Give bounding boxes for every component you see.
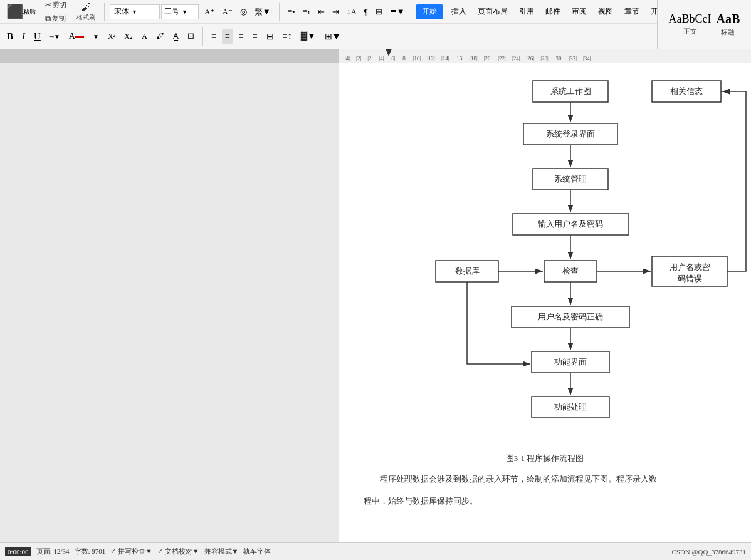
node-system-start-text: 系统工作图 [550, 86, 591, 96]
font-color-dropdown[interactable]: ▼ [90, 29, 102, 44]
node-check-text: 检查 [562, 266, 579, 276]
left-margin [0, 63, 339, 543]
node-func-ui-text: 功能界面 [554, 357, 587, 366]
separator1 [104, 3, 105, 21]
superscript-button[interactable]: X² [105, 29, 118, 44]
toolbar-row2: B I U ─▼ A ▼ X² X₂ A 🖍 A̲ ⊡ ≡ ≡ ≡ ≡ ⊟ ≡↕… [0, 24, 751, 49]
ruler: |4| |2| |2| |4| |6| |8| |10| |12| |14| |… [0, 49, 751, 63]
border-button[interactable]: ⊞▼ [322, 29, 344, 44]
style-panel: AaBbCcI 正文 AaB 标题 [657, 0, 751, 49]
copy-icon: ⧉ [45, 14, 51, 24]
font-selector[interactable]: 宋体 ▼ 三号 ▼ [110, 4, 199, 19]
doc-check[interactable]: ✓ 文档校对▼ [157, 547, 199, 556]
node-database-text: 数据库 [455, 266, 480, 276]
status-bar: 0:00:00 页面: 12/34 字数: 9701 ✓ 拼写检查▼ ✓ 文档校… [0, 542, 751, 560]
separator3 [202, 27, 203, 46]
highlight-color-button[interactable]: 🖍 [153, 29, 167, 44]
show-formatting-button[interactable]: ¶ [361, 4, 371, 19]
word-count: 字数: 9701 [75, 547, 106, 556]
start-tab[interactable]: 开始 [416, 4, 443, 19]
node-error-text2: 码错误 [678, 274, 702, 283]
font-color2-button[interactable]: A̲ [170, 29, 182, 44]
figure-caption: 图3-1 程序操作流程图 [364, 453, 726, 464]
review-tab[interactable]: 审阅 [569, 4, 590, 19]
cut-icon: ✂ [45, 0, 51, 10]
separator2 [279, 3, 280, 21]
body-text1: 程序处理数据会涉及到数据的录入环节，绘制的添加流程见下图。程序录入数 [364, 472, 726, 486]
normal-style[interactable]: AaBbCcI 正文 [669, 13, 712, 36]
page-info: 页面: 12/34 [36, 547, 70, 556]
chapter-tab[interactable]: 章节 [621, 4, 643, 19]
copy-button[interactable]: ⧉ 复制 [41, 13, 70, 25]
align-center-button[interactable]: ≡ [222, 29, 233, 44]
time-display: 0:00:00 [5, 547, 31, 556]
subscript-button[interactable]: X₂ [121, 29, 136, 44]
spacing-button[interactable]: ≣▼ [387, 4, 408, 19]
node-state-text: 相关信态 [670, 86, 703, 96]
heading-style[interactable]: AaB 标题 [717, 12, 740, 37]
font-color-button[interactable]: A [66, 29, 87, 44]
char-border-button[interactable]: ⊡ [184, 29, 197, 44]
view-tab[interactable]: 视图 [595, 4, 616, 19]
status-right: CSDN @QQ_3786649731 [671, 548, 746, 556]
decrease-indent-button[interactable]: ⇤ [315, 4, 328, 19]
svg-rect-0 [0, 49, 339, 63]
clear-format-button[interactable]: ◎ [237, 4, 250, 19]
format-brush-icon: 🖌 [81, 2, 91, 13]
node-manage-text: 系统管理 [554, 174, 587, 184]
layout-tab[interactable]: 页面布局 [475, 4, 511, 19]
font-aa-button[interactable]: A [139, 29, 150, 44]
ref-tab[interactable]: 引用 [516, 4, 537, 19]
main-area: 系统工作图 相关信态 系统登录界面 系统管理 输入用户名及密码 数据库 检查 [0, 63, 751, 543]
underline-style-button[interactable]: ─▼ [46, 29, 63, 44]
node-func-proc-text: 功能处理 [554, 402, 587, 412]
format-brush-button[interactable]: 🖌 格式刷 [73, 1, 99, 23]
underline-button[interactable]: U [31, 29, 44, 44]
spell-check[interactable]: ✓ 拼写检查▼ [110, 547, 152, 556]
node-correct-text: 用户名及密码正确 [538, 312, 603, 321]
font-name-box[interactable]: 宋体 ▼ [110, 4, 160, 19]
phonetic-button[interactable]: 繁▼ [251, 4, 274, 19]
font-size-box[interactable]: 三号 ▼ [161, 4, 199, 19]
line-error-to-state [722, 91, 746, 271]
node-error-text1: 用户名或密 [670, 262, 710, 272]
justify-button[interactable]: ≡ [249, 29, 261, 44]
compat-mode[interactable]: 兼容模式▼ [204, 547, 239, 556]
insert-tab[interactable]: 插入 [448, 4, 470, 19]
font-shrink-button[interactable]: A⁻ [219, 4, 235, 19]
font-label: 轨车字体 [243, 547, 271, 556]
paste-button[interactable]: ⬛ 粘贴 [4, 3, 38, 21]
toolbar-row1: ⬛ 粘贴 ✂ 剪切 ⧉ 复制 🖌 格式刷 宋体 ▼ 三号 [0, 0, 751, 24]
font-grow-button[interactable]: A⁺ [201, 4, 218, 19]
align-right-button[interactable]: ≡ [236, 29, 247, 44]
flowchart-svg: 系统工作图 相关信态 系统登录界面 系统管理 输入用户名及密码 数据库 检查 [364, 76, 751, 445]
ordered-list-button[interactable]: ≡₁ [300, 4, 313, 19]
indent-settings-button[interactable]: ⊞ [372, 4, 386, 19]
sort-button[interactable]: ↕A [344, 4, 360, 19]
increase-indent-button[interactable]: ⇥ [329, 4, 342, 19]
align-left-button[interactable]: ≡ [208, 29, 219, 44]
distributed-button[interactable]: ⊟ [263, 29, 277, 44]
line-spacing-button[interactable]: ≡↕ [280, 29, 295, 44]
node-input-cred-text: 输入用户名及密码 [538, 219, 603, 229]
bold-button[interactable]: B [4, 29, 16, 44]
paste-label: 粘贴 [23, 8, 36, 16]
flowchart-container: 系统工作图 相关信态 系统登录界面 系统管理 输入用户名及密码 数据库 检查 [364, 76, 751, 448]
csdn-label: CSDN @QQ_3786649731 [671, 548, 746, 556]
cut-button[interactable]: ✂ 剪切 [41, 0, 70, 11]
italic-button[interactable]: I [19, 29, 28, 44]
node-login-text: 系统登录界面 [546, 129, 595, 138]
body-text2: 程中，始终与数据库保持同步。 [364, 494, 726, 508]
unordered-list-button[interactable]: ≡• [285, 4, 298, 19]
mail-tab[interactable]: 邮件 [542, 4, 564, 19]
shading-button[interactable]: ▓▼ [298, 29, 319, 44]
document-page: 系统工作图 相关信态 系统登录界面 系统管理 输入用户名及密码 数据库 检查 [339, 63, 751, 543]
